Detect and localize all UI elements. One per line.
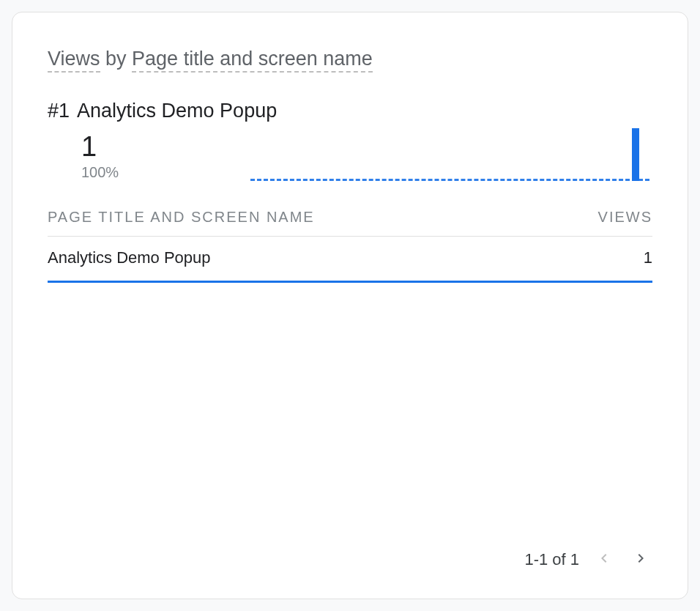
pagination-text: 1-1 of 1 (524, 550, 579, 569)
chevron-right-icon (632, 549, 649, 569)
data-table: PAGE TITLE AND SCREEN NAME VIEWS Analyti… (48, 201, 652, 283)
sparkline-chart (250, 127, 649, 181)
pagination: 1-1 of 1 (524, 547, 652, 572)
kpi-row: 1 100% (48, 127, 652, 181)
title-metric[interactable]: Views (48, 48, 100, 73)
row-views: 1 (644, 248, 652, 267)
kpi-value: 1 (81, 132, 119, 163)
table-row[interactable]: Analytics Demo Popup 1 (48, 237, 652, 283)
title-dimension[interactable]: Page title and screen name (132, 48, 373, 73)
kpi-percent: 100% (81, 164, 119, 181)
analytics-card: Views by Page title and screen name #1 A… (12, 12, 688, 599)
sparkline-bar (632, 128, 639, 181)
table-header: PAGE TITLE AND SCREEN NAME VIEWS (48, 201, 652, 237)
card-title: Views by Page title and screen name (48, 48, 652, 70)
prev-page-button[interactable] (592, 547, 616, 572)
top-entry: #1 Analytics Demo Popup (48, 100, 652, 122)
kpi-block: 1 100% (81, 132, 119, 181)
chevron-left-icon (595, 549, 613, 569)
column-header-name[interactable]: PAGE TITLE AND SCREEN NAME (48, 209, 315, 226)
sparkline-baseline (250, 179, 649, 181)
title-by: by (100, 48, 133, 70)
top-rank: #1 (48, 100, 70, 122)
column-header-views[interactable]: VIEWS (598, 209, 652, 226)
next-page-button[interactable] (629, 547, 652, 572)
row-name: Analytics Demo Popup (48, 248, 211, 267)
top-entry-name: Analytics Demo Popup (77, 100, 277, 122)
